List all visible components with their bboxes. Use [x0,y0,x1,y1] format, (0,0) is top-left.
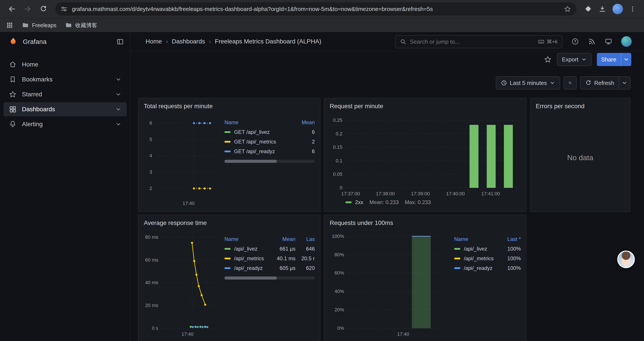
search-input[interactable] [410,38,534,45]
chevron-down-icon[interactable] [115,121,122,127]
breadcrumb-home[interactable]: Home [146,38,162,45]
series-last: 100% [502,265,521,271]
panel-request-per-minute[interactable]: Request per minute 0.250.20.150.10.05017… [324,98,526,212]
collapse-sidebar-icon[interactable] [116,38,124,46]
breadcrumb: Home › Dashboards › Freeleaps Metrics Da… [146,38,321,45]
chevron-down-icon [550,80,555,86]
site-settings-icon[interactable] [60,6,68,13]
extensions-icon[interactable] [584,5,592,13]
sidebar-nav: Home Bookmarks Starred Dashboards [0,51,130,137]
svg-text:0 s: 0 s [152,325,158,331]
bar-chart: 0.250.20.150.10.05017:37:0017:38:0017:39… [330,112,522,197]
browser-profile-avatar[interactable] [612,4,623,14]
bookmark-freeleaps[interactable]: Freeleaps [22,22,56,29]
sidebar-item-home[interactable]: Home [4,58,127,72]
scrollbar-thumb[interactable] [224,276,277,279]
panel-title[interactable]: Errors per second [536,103,625,110]
panel-title[interactable]: Requests under 100ms [330,219,521,226]
chevron-down-icon[interactable] [115,106,122,112]
sidebar-item-dashboards[interactable]: Dashboards [4,102,127,116]
downloads-icon[interactable] [598,5,606,13]
refresh-button[interactable]: Refresh [580,76,619,90]
kiosk-monitor-icon[interactable] [604,38,612,46]
zoom-out-icon [568,80,572,87]
assistant-avatar[interactable] [617,251,635,268]
legend-row: /api/_readyz 100% [454,263,521,273]
scrollbar-thumb[interactable] [224,160,277,163]
svg-text:20 ms: 20 ms [145,303,158,308]
legend-row: GET /api/_readyz 6 [224,147,315,156]
panel-title[interactable]: Request per minute [330,103,521,110]
breadcrumb-dashboards[interactable]: Dashboards [172,38,205,45]
back-icon [8,5,16,13]
legend-row: GET /api/_metrics 2 [224,137,315,147]
sidebar-item-bookmarks[interactable]: Bookmarks [4,72,127,87]
news-rss-icon[interactable] [588,38,596,46]
svg-text:17:38:00: 17:38:00 [376,191,395,196]
chevron-down-icon [581,57,587,62]
legend-col-name[interactable]: Name [224,236,268,242]
share-menu-button[interactable] [621,53,631,66]
legend-row: /api/_metrics 40.1 ms 20.5 r [224,254,315,263]
url-bar[interactable]: grafana.mathmast.com/d/deytv4rwavabkb/fr… [55,3,576,16]
svg-text:5: 5 [150,137,152,142]
folder-icon [65,22,72,29]
svg-text:20%: 20% [334,307,344,312]
panel-title[interactable]: Average response time [144,219,315,226]
share-button[interactable]: Share [597,53,621,66]
favorite-star-icon[interactable] [544,56,552,63]
sidebar-item-alerting[interactable]: Alerting [4,117,127,131]
panel-requests-under-100ms[interactable]: Requests under 100ms 100%80%60%40%20%0%1… [324,215,526,341]
series-name: GET /api/_readyz [234,148,275,154]
sidebar-item-starred[interactable]: Starred [4,87,127,101]
panel-title[interactable]: Total requests per minute [144,103,315,110]
series-name: /api/_readyz [464,265,492,271]
svg-text:4: 4 [150,153,152,158]
forward-button[interactable] [20,2,35,17]
apps-grid-icon[interactable] [6,22,13,29]
legend-row: /api/_livez 661 µs 646 [224,244,315,254]
panel-errors-per-second[interactable]: Errors per second No data [530,98,630,212]
series-swatch [224,258,230,259]
svg-text:2: 2 [150,186,152,191]
sidebar-item-label: Starred [22,91,42,98]
bookmarks-bar: Freeleaps 收藏博客 [0,18,644,32]
reload-button[interactable] [36,2,51,17]
user-avatar[interactable] [621,36,632,47]
panel-total-requests[interactable]: Total requests per minute 6543217:40 Nam… [138,98,320,212]
series-last: 20.5 r [298,255,315,261]
legend-col-name[interactable]: Name [224,119,299,126]
grafana-logo[interactable] [8,37,18,47]
export-button[interactable]: Export [557,53,592,66]
bookmark-star-icon[interactable] [564,5,571,13]
panel-average-response-time[interactable]: Average response time 80 ms60 ms40 ms20 … [138,215,320,341]
time-range-picker[interactable]: Last 5 minutes [496,76,560,90]
bookmark-blog[interactable]: 收藏博客 [65,22,97,29]
help-icon[interactable]: ? [571,38,579,46]
legend-col-last[interactable]: Las [298,236,315,242]
legend-col-mean[interactable]: Mean [299,119,315,126]
search-input-wrap[interactable]: ⌘+k [395,35,562,48]
legend-col-name[interactable]: Name [454,236,502,242]
svg-text:6: 6 [150,120,152,126]
legend-col-last[interactable]: Last * [502,236,521,242]
legend-row: /api/_livez 100% [454,244,521,254]
series-swatch [224,141,230,143]
svg-text:17:41:00: 17:41:00 [481,191,500,196]
chevron-down-icon[interactable] [115,91,122,97]
back-button[interactable] [4,2,19,17]
bar-chart: 100%80%60%40%20%0%17:40 [330,228,448,338]
legend-table: Name Mean GET /api/_livez 6 GET /api/_me… [224,112,315,207]
zoom-out-button[interactable] [564,76,577,90]
clock-icon [501,80,507,86]
legend-series[interactable]: 2xx [346,199,363,205]
legend-scrollbar[interactable] [224,276,315,279]
refresh-interval-button[interactable] [619,76,630,90]
legend-scrollbar[interactable] [224,160,315,163]
legend-table: Name Last * /api/_livez 100% /api/_metri… [454,228,521,338]
browser-menu-icon[interactable] [629,6,636,13]
svg-text:0.2: 0.2 [336,131,342,137]
legend-col-mean[interactable]: Mean [268,236,296,242]
chevron-down-icon[interactable] [115,76,122,83]
svg-text:0.1: 0.1 [336,158,342,163]
